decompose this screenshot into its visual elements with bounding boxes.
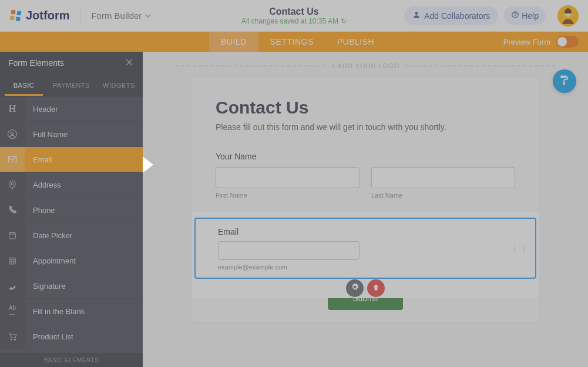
last-name-input[interactable] <box>371 167 515 188</box>
svg-point-16 <box>14 339 15 340</box>
brand-logo[interactable]: Jotform <box>9 9 69 22</box>
dropdown-label: Form Builder <box>91 11 142 21</box>
sidebar-tab-payments[interactable]: PAYMENTS <box>48 74 95 96</box>
sidebar-item-label: Header <box>25 105 58 114</box>
svg-point-10 <box>11 132 14 135</box>
sidebar-tab-widgets[interactable]: WIDGETS <box>95 74 143 96</box>
logo-icon <box>9 9 22 22</box>
sidebar-item-label: Fill in the Blank <box>25 307 85 316</box>
add-logo-label: + ADD YOUR LOGO <box>331 62 400 69</box>
sidebar-item-label: Phone <box>25 206 55 215</box>
user-avatar[interactable] <box>557 5 579 26</box>
name-field[interactable]: Your Name First Name Last Name <box>216 152 515 199</box>
svg-point-6 <box>515 16 516 16</box>
add-logo-button[interactable]: + ADD YOUR LOGO <box>169 62 562 69</box>
form-title: Contact Us <box>216 98 515 118</box>
phone-icon <box>0 198 25 222</box>
svg-rect-14 <box>9 258 16 264</box>
field-actions <box>192 279 539 298</box>
calendar-grid-icon <box>0 248 25 273</box>
svg-rect-13 <box>9 232 16 239</box>
design-fab-button[interactable] <box>553 69 576 93</box>
svg-rect-11 <box>8 157 16 162</box>
heading-icon: H <box>0 96 25 121</box>
help-label: Help <box>522 11 539 21</box>
name-label: Your Name <box>216 152 515 161</box>
field-delete-button[interactable] <box>367 279 385 297</box>
cart-icon <box>0 324 25 349</box>
form-header[interactable]: Contact Us Please fill out this form and… <box>192 78 539 138</box>
tab-publish[interactable]: PUBLISH <box>325 32 386 52</box>
gear-icon <box>351 283 359 293</box>
sidebar-item-label: Email <box>25 155 52 164</box>
sidebar-item-email[interactable]: Email <box>0 147 143 172</box>
first-name-input[interactable] <box>216 167 359 188</box>
topbar-center: Contact Us All changes saved at 10:35 AM… <box>241 6 347 25</box>
form-title-top[interactable]: Contact Us <box>241 6 347 17</box>
email-input[interactable] <box>218 241 359 260</box>
help-button[interactable]: Help <box>504 6 546 25</box>
sidebar-active-pointer <box>143 156 153 173</box>
sidebar-tab-basic[interactable]: BASIC <box>0 74 48 96</box>
tab-build[interactable]: BUILD <box>209 32 258 52</box>
pen-icon <box>0 273 25 298</box>
sidebar-item-address[interactable]: Address <box>0 172 143 198</box>
refresh-icon: ↻ <box>341 17 347 25</box>
email-hint: example@example.com <box>218 263 513 271</box>
sidebar-item-fullname[interactable]: Full Name <box>0 122 143 147</box>
close-icon[interactable] <box>125 58 135 68</box>
sidebar-item-appointment[interactable]: Appointment <box>0 248 143 273</box>
form-subtitle: Please fill out this form and we will ge… <box>216 122 515 132</box>
svg-rect-1 <box>16 11 21 15</box>
sidebar-items: H Header Full Name Email Address Phone D… <box>0 96 143 353</box>
field-settings-button[interactable] <box>346 279 364 297</box>
main-tab-bar: BUILD SETTINGS PUBLISH Preview Form <box>0 32 588 52</box>
sidebar-item-header[interactable]: H Header <box>0 96 143 122</box>
topbar-right: Add Collaborators Help <box>404 5 579 26</box>
form-canvas: + ADD YOUR LOGO Contact Us Please fill o… <box>143 52 588 367</box>
sidebar-item-phone[interactable]: Phone <box>0 198 143 223</box>
sidebar-item-productlist[interactable]: Product List <box>0 324 143 349</box>
preview-form-toggle-wrap: Preview Form <box>503 36 579 48</box>
sidebar-tabs: BASIC PAYMENTS WIDGETS <box>0 74 143 96</box>
question-icon <box>511 11 519 21</box>
sidebar-footer: BASIC ELEMENTS <box>0 353 143 367</box>
svg-rect-3 <box>15 16 20 21</box>
svg-point-12 <box>11 183 14 185</box>
chevron-down-icon <box>145 11 151 21</box>
svg-rect-17 <box>563 82 565 85</box>
pin-icon <box>0 172 25 197</box>
add-collaborators-button[interactable]: Add Collaborators <box>404 6 498 25</box>
brand-name: Jotform <box>26 9 69 22</box>
sidebar-item-datepicker[interactable]: Date Picker <box>0 223 143 248</box>
add-collab-label: Add Collaborators <box>424 11 490 21</box>
svg-point-15 <box>11 339 12 340</box>
form-card: Contact Us Please fill out this form and… <box>192 78 539 322</box>
save-status: All changes saved at 10:35 AM ↻ <box>241 17 347 25</box>
sidebar-header: Form Elements <box>0 52 143 74</box>
sidebar-item-label: Date Picker <box>25 231 72 240</box>
drag-handle-icon[interactable]: ⋮⋮ <box>510 243 529 253</box>
sidebar-item-label: Appointment <box>25 256 76 265</box>
text-blank-icon: Ab— <box>0 299 25 323</box>
paint-roller-icon <box>559 74 570 88</box>
sidebar-item-signature[interactable]: Signature <box>0 273 143 299</box>
email-field-block[interactable]: Email example@example.com ⋮⋮ <box>192 212 539 298</box>
form-builder-dropdown[interactable]: Form Builder <box>91 11 151 21</box>
top-bar: Jotform Form Builder Contact Us All chan… <box>0 0 588 32</box>
tab-settings[interactable]: SETTINGS <box>258 32 325 52</box>
last-name-sublabel: Last Name <box>371 192 515 199</box>
sidebar-item-label: Signature <box>25 282 66 291</box>
envelope-icon <box>0 147 25 172</box>
email-label: Email <box>218 227 513 236</box>
svg-point-9 <box>8 130 17 139</box>
sidebar-item-label: Product List <box>25 332 73 341</box>
sidebar-item-label: Address <box>25 181 61 189</box>
preview-toggle[interactable] <box>556 36 579 48</box>
sidebar: Form Elements BASIC PAYMENTS WIDGETS H H… <box>0 52 143 367</box>
svg-rect-2 <box>10 15 15 20</box>
divider <box>80 8 80 24</box>
first-name-sublabel: First Name <box>216 192 359 199</box>
trash-icon <box>372 283 379 293</box>
sidebar-item-fillblank[interactable]: Ab— Fill in the Blank <box>0 299 143 324</box>
